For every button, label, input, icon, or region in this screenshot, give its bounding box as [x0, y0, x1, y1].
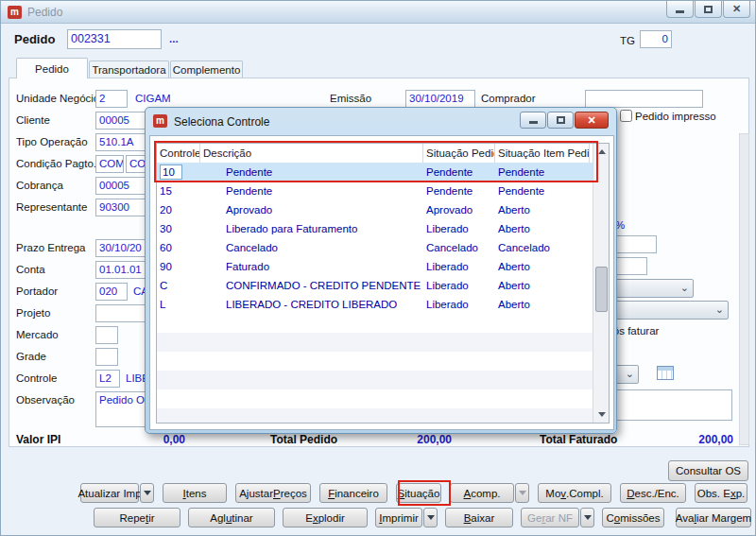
maximize-icon [704, 6, 713, 13]
pedido-impresso-label: Pedido impresso [635, 111, 716, 122]
observacao-textarea[interactable]: Pedido Or [95, 391, 148, 427]
cigam-logo-icon: m [153, 114, 167, 128]
imprimir-dropdown-button[interactable] [423, 508, 438, 527]
prazo-entrega-label: Prazo Entrega [16, 242, 86, 253]
dialog-title: Seleciona Controle [174, 115, 269, 129]
grid-lookup-icon[interactable] [657, 366, 674, 380]
tab-pedido[interactable]: Pedido [16, 58, 88, 78]
panel-scrollbar[interactable] [739, 133, 749, 445]
condicao-pagto-input[interactable]: COM [95, 155, 124, 173]
ajustar-precos-button[interactable]: Ajustar Preços [235, 483, 311, 503]
situacao-button[interactable]: Situação [396, 483, 441, 503]
obs-exp-button[interactable]: Obs. Exp. [695, 483, 747, 503]
scrollbar-thumb[interactable] [595, 267, 608, 312]
mov-compl-button[interactable]: Mov.Compl. [538, 483, 611, 503]
unidade-negocio-input[interactable]: 2 [95, 90, 128, 108]
dialog-maximize-button[interactable] [547, 112, 574, 129]
emissao-input[interactable]: 30/10/2019 [405, 90, 475, 108]
consultar-os-button[interactable]: Consultar OS [668, 460, 748, 481]
minimize-button[interactable] [666, 1, 694, 18]
title-bar: m Pedido ✕ [1, 1, 755, 24]
desc-enc-button[interactable]: Desc./Enc. [620, 483, 686, 503]
empty-row [157, 389, 609, 408]
acomp-button[interactable]: Acomp. [450, 483, 514, 503]
close-button[interactable]: ✕ [723, 1, 750, 18]
valor-ipi-value: 0,00 [105, 433, 185, 446]
representante-input[interactable]: 90300 [95, 199, 148, 216]
tipo-operacao-label: Tipo Operação [16, 136, 88, 147]
table-row[interactable]: L LIBERADO - CREDITO LIBERADO Liberado A… [157, 295, 609, 314]
gerar-nf-button[interactable]: Gerar NF [521, 508, 579, 527]
projeto-input[interactable] [95, 304, 148, 322]
cobranca-input[interactable]: 00005 [95, 177, 148, 195]
table-row[interactable]: C CONFIRMADO - CREDITO PENDENTE Liberado… [157, 276, 609, 295]
pedido-number-input[interactable]: 002331 [67, 29, 162, 49]
explodir-button[interactable]: Explodir [283, 508, 368, 527]
tg-input[interactable]: 0 [640, 30, 672, 48]
table-header-row: Controle Descrição Situação Pedido Situa… [157, 144, 609, 163]
conta-input[interactable]: 01.01.01 [95, 261, 148, 279]
scroll-down-button[interactable] [593, 406, 610, 423]
conta-label: Conta [16, 264, 45, 275]
cliente-input[interactable]: 00005 [95, 112, 148, 130]
avaliar-margem-button[interactable]: Avaliar Margem [676, 508, 751, 527]
mercado-label: Mercado [16, 329, 59, 340]
comprador-input[interactable] [585, 90, 703, 108]
total-faturado-label: Total Faturado [540, 433, 617, 446]
right-text-box[interactable] [606, 389, 732, 421]
dropdown-arrow-icon [519, 491, 526, 495]
unidade-negocio-label: Unidade Negócio [16, 93, 99, 104]
dialog-close-button[interactable]: ✕ [575, 112, 609, 129]
close-icon: ✕ [732, 4, 741, 14]
grade-input[interactable] [95, 348, 118, 366]
table-row[interactable]: 90 Faturado Liberado Aberto [157, 257, 609, 276]
scroll-up-button[interactable] [593, 144, 610, 160]
table-row[interactable]: 15 Pendente Pendente Pendente [157, 182, 609, 200]
controle-edit-cell[interactable]: 10 [160, 164, 182, 180]
atualizar-imp-button[interactable]: Atualizar Imp [80, 483, 139, 503]
valor-ipi-label: Valor IPI [16, 433, 60, 446]
table-row[interactable]: 30 Liberado para Faturamento Liberado Ab… [157, 219, 609, 238]
maximize-button[interactable] [695, 1, 722, 18]
table-row[interactable]: 60 Cancelado Cancelado Cancelado [157, 238, 609, 257]
tab-complemento[interactable]: Complemento [170, 61, 243, 78]
cigam-logo-icon: m [8, 6, 22, 19]
acomp-dropdown-button[interactable] [515, 483, 529, 503]
column-header-situacao-pedido: Situação Pedido [423, 144, 495, 163]
tipo-operacao-input[interactable]: 510.1A [95, 133, 148, 151]
comissoes-button[interactable]: Comissões [602, 508, 664, 527]
comprador-label: Comprador [481, 93, 536, 104]
financeiro-button[interactable]: Financeiro [319, 483, 387, 503]
empty-row [157, 352, 609, 371]
tab-transportadora[interactable]: Transportadora [89, 61, 169, 78]
aglutinar-button[interactable]: Aglutinar [188, 508, 275, 527]
representante-label: Representante [16, 201, 87, 213]
table-row[interactable]: 20 Aprovado Aprovado Aberto [157, 200, 609, 219]
empty-row [157, 371, 609, 389]
total-pedido-label: Total Pedido [270, 433, 337, 446]
baixar-button[interactable]: Baixar [445, 508, 513, 527]
mercado-input[interactable] [95, 326, 118, 344]
table-row-selected[interactable]: 10 Pendente Pendente Pendente [157, 163, 609, 182]
pedido-impresso-checkbox[interactable] [620, 110, 632, 122]
itens-button[interactable]: Itens [163, 483, 227, 503]
scroll-down-icon [598, 412, 606, 417]
controle-label: Controle [16, 372, 57, 384]
chevron-down-icon: ⌄ [626, 368, 634, 380]
table-scrollbar[interactable] [593, 144, 609, 423]
controle-table: Controle Descrição Situação Pedido Situa… [156, 143, 610, 424]
controle-input[interactable]: L2 [95, 370, 120, 388]
condicao-pagto-label: Condição Pagto. [16, 158, 96, 169]
projeto-label: Projeto [16, 307, 50, 319]
unidade-negocio-descricao: CIGAM [135, 93, 171, 104]
portador-input[interactable]: 020 [95, 283, 128, 301]
prazo-entrega-input[interactable]: 30/10/20 [95, 239, 148, 257]
imprimir-button[interactable]: Imprimir [375, 508, 422, 527]
atualizar-imp-dropdown-button[interactable] [140, 483, 154, 503]
pedido-field-label: Pedido [14, 32, 55, 46]
dialog-minimize-button[interactable] [520, 112, 546, 129]
repetir-button[interactable]: Repetir [94, 508, 180, 527]
gerar-nf-dropdown-button[interactable] [580, 508, 594, 527]
pedido-lookup-link[interactable]: ... [169, 33, 179, 44]
total-pedido-value: 200,00 [374, 433, 452, 446]
